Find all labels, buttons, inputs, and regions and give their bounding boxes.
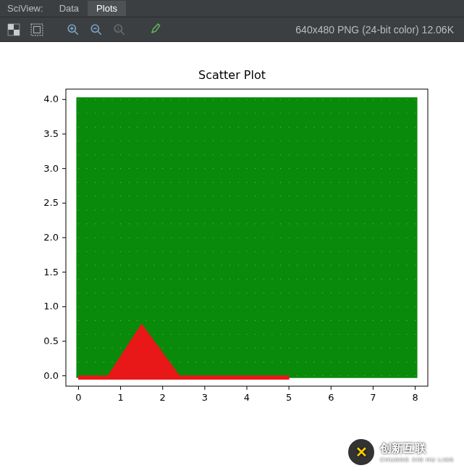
svg-point-282 — [229, 293, 230, 293]
svg-point-328 — [271, 279, 272, 280]
svg-point-312 — [137, 279, 138, 280]
svg-text:1.5: 1.5 — [43, 267, 59, 277]
svg-point-517 — [137, 209, 138, 210]
tab-plots[interactable]: Plots — [88, 1, 126, 16]
svg-point-675 — [86, 154, 87, 155]
svg-point-391 — [111, 251, 112, 251]
svg-point-169 — [313, 334, 314, 335]
zoom-in-icon[interactable] — [65, 22, 81, 38]
svg-point-204 — [263, 320, 263, 321]
svg-point-104 — [111, 348, 112, 348]
svg-point-185 — [103, 320, 104, 321]
svg-point-368 — [263, 265, 263, 266]
svg-point-763 — [137, 127, 138, 128]
svg-point-373 — [305, 265, 305, 266]
svg-point-70 — [170, 362, 171, 362]
svg-point-408 — [255, 251, 256, 251]
checker-icon[interactable] — [6, 22, 22, 38]
svg-point-511 — [86, 209, 87, 210]
svg-point-510 — [77, 209, 78, 210]
svg-point-271 — [137, 293, 138, 293]
svg-point-875 — [389, 99, 390, 100]
svg-point-728 — [187, 141, 188, 141]
svg-point-397 — [162, 251, 163, 251]
svg-point-748 — [355, 141, 356, 141]
svg-point-181 — [414, 334, 415, 335]
svg-point-335 — [330, 279, 331, 280]
svg-point-240 — [221, 306, 222, 307]
svg-point-482 — [187, 223, 188, 224]
svg-point-579 — [313, 196, 314, 196]
svg-point-597 — [119, 182, 120, 183]
svg-point-694 — [246, 154, 247, 155]
svg-point-284 — [246, 293, 247, 293]
zoom-out-icon[interactable] — [88, 22, 104, 38]
svg-point-155 — [195, 334, 196, 335]
svg-point-194 — [179, 320, 180, 321]
svg-point-484 — [204, 223, 205, 224]
svg-point-633 — [77, 168, 78, 169]
svg-point-428 — [77, 237, 78, 238]
svg-point-493 — [279, 223, 280, 224]
svg-point-608 — [212, 182, 213, 183]
svg-point-582 — [339, 196, 339, 196]
svg-point-676 — [95, 154, 96, 155]
svg-point-533 — [271, 209, 272, 210]
svg-point-569 — [229, 196, 230, 196]
eyedropper-icon[interactable] — [148, 22, 164, 38]
zoom-reset-icon[interactable]: 1 — [111, 22, 127, 38]
svg-point-620 — [313, 182, 314, 183]
svg-point-497 — [313, 223, 314, 224]
svg-point-159 — [229, 334, 230, 335]
svg-point-792 — [381, 127, 381, 128]
svg-point-452 — [279, 237, 280, 238]
svg-point-401 — [195, 251, 196, 251]
svg-point-87 — [313, 362, 314, 362]
svg-point-741 — [297, 141, 298, 141]
svg-point-716 — [86, 141, 87, 141]
svg-point-781 — [288, 127, 289, 128]
svg-point-709 — [372, 154, 373, 155]
svg-point-658 — [288, 168, 289, 169]
svg-point-607 — [204, 182, 205, 183]
svg-point-677 — [103, 154, 104, 155]
svg-point-51 — [355, 375, 356, 376]
svg-point-785 — [322, 127, 323, 128]
svg-point-857 — [237, 99, 238, 100]
svg-point-773 — [221, 127, 222, 128]
svg-text:4.0: 4.0 — [43, 93, 59, 104]
svg-point-326 — [255, 279, 256, 280]
tab-data[interactable]: Data — [51, 1, 88, 16]
svg-point-193 — [170, 320, 171, 321]
fit-icon[interactable] — [29, 22, 45, 38]
svg-point-383 — [389, 265, 390, 266]
svg-point-801 — [111, 113, 112, 114]
svg-point-594 — [95, 182, 96, 183]
panel-title: SciView: — [0, 3, 51, 14]
svg-point-485 — [212, 223, 213, 224]
svg-point-161 — [246, 334, 247, 335]
svg-point-418 — [339, 251, 339, 251]
svg-point-451 — [271, 237, 272, 238]
svg-point-602 — [162, 182, 163, 183]
svg-point-662 — [322, 168, 323, 169]
svg-point-54 — [381, 375, 381, 376]
svg-point-203 — [255, 320, 256, 321]
svg-point-534 — [279, 209, 280, 210]
svg-point-650 — [221, 168, 222, 169]
svg-point-348 — [95, 265, 96, 266]
svg-text:1: 1 — [117, 392, 123, 403]
svg-point-661 — [313, 168, 314, 169]
svg-point-621 — [322, 182, 323, 183]
svg-point-278 — [195, 293, 196, 293]
svg-point-417 — [330, 251, 331, 251]
svg-point-877 — [406, 99, 407, 100]
svg-point-711 — [389, 154, 390, 155]
svg-point-467 — [406, 237, 407, 238]
svg-point-183 — [86, 320, 87, 321]
svg-point-283 — [237, 293, 238, 293]
svg-point-842 — [111, 99, 112, 100]
svg-point-823 — [297, 113, 298, 114]
svg-point-239 — [212, 306, 213, 307]
svg-point-562 — [170, 196, 171, 196]
